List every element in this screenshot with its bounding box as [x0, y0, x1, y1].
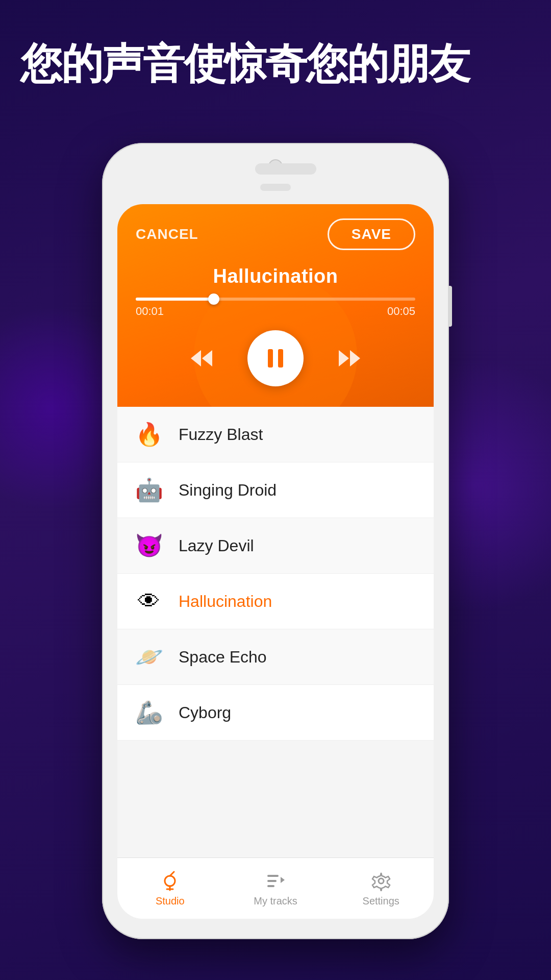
svg-line-3 [170, 872, 174, 876]
effect-item-singing-droid[interactable]: 🤖Singing Droid [117, 462, 434, 518]
playback-controls [117, 320, 434, 407]
svg-rect-5 [267, 880, 277, 882]
phone-mockup: CANCEL SAVE Hallucination 00:01 00: [102, 143, 449, 939]
effect-emoji-hallucination: 👁 [132, 584, 166, 619]
effect-item-cyborg[interactable]: 🦾Cyborg [117, 685, 434, 741]
effect-emoji-space-echo: 🪐 [132, 640, 166, 674]
effect-name-hallucination: Hallucination [179, 592, 272, 611]
progress-section: 00:01 00:05 [117, 292, 434, 320]
svg-marker-7 [281, 877, 285, 883]
phone-button [260, 184, 291, 191]
time-current: 00:01 [136, 305, 164, 318]
forward-button[interactable] [334, 343, 365, 374]
save-button[interactable]: SAVE [328, 218, 415, 250]
nav-label-my-tracks: My tracks [254, 895, 297, 907]
my-tracks-icon [264, 870, 287, 892]
nav-item-my-tracks[interactable]: My tracks [223, 865, 329, 912]
svg-rect-6 [267, 885, 274, 887]
effect-item-lazy-devil[interactable]: 😈Lazy Devil [117, 518, 434, 574]
time-total: 00:05 [387, 305, 415, 318]
nav-item-studio[interactable]: Studio [117, 865, 223, 912]
svg-point-8 [379, 878, 384, 884]
rewind-icon [191, 350, 212, 366]
svg-rect-4 [267, 875, 279, 877]
progress-track[interactable] [136, 298, 415, 301]
effect-name-space-echo: Space Echo [179, 648, 267, 667]
nav-label-settings: Settings [363, 895, 399, 907]
phone-body: CANCEL SAVE Hallucination 00:01 00: [102, 143, 449, 939]
nav-label-studio: Studio [156, 895, 185, 907]
rewind-button[interactable] [186, 343, 217, 374]
effect-item-fuzzy-blast[interactable]: 🔥Fuzzy Blast [117, 407, 434, 462]
pause-bar-left [268, 349, 273, 368]
cancel-button[interactable]: CANCEL [136, 226, 198, 242]
pause-icon [268, 349, 283, 368]
bottom-navigation: Studio My tracks [117, 857, 434, 919]
effect-item-hallucination[interactable]: 👁Hallucination [117, 574, 434, 629]
effect-name-lazy-devil: Lazy Devil [179, 536, 254, 555]
side-button [448, 286, 452, 327]
progress-thumb[interactable] [208, 293, 219, 305]
effect-emoji-cyborg: 🦾 [132, 695, 166, 730]
svg-point-0 [165, 876, 175, 886]
progress-fill [136, 298, 214, 301]
forward-icon [339, 350, 360, 366]
settings-icon [370, 870, 392, 892]
effect-emoji-lazy-devil: 😈 [132, 528, 166, 563]
action-bar: CANCEL SAVE [117, 204, 434, 260]
track-title: Hallucination [117, 260, 434, 292]
phone-speaker [255, 163, 316, 175]
effect-name-singing-droid: Singing Droid [179, 481, 277, 500]
effect-emoji-singing-droid: 🤖 [132, 473, 166, 507]
page-title: 您的声音使惊奇您的朋友 [20, 41, 531, 87]
play-pause-button[interactable] [247, 330, 304, 386]
pause-bar-right [278, 349, 283, 368]
effect-name-fuzzy-blast: Fuzzy Blast [179, 425, 263, 444]
studio-icon [159, 870, 181, 892]
effect-emoji-fuzzy-blast: 🔥 [132, 417, 166, 452]
player-card: CANCEL SAVE Hallucination 00:01 00: [117, 204, 434, 407]
progress-times: 00:01 00:05 [136, 301, 415, 318]
effects-list: 🔥Fuzzy Blast🤖Singing Droid😈Lazy Devil👁Ha… [117, 407, 434, 741]
effect-item-space-echo[interactable]: 🪐Space Echo [117, 629, 434, 685]
effect-name-cyborg: Cyborg [179, 703, 231, 722]
phone-screen: CANCEL SAVE Hallucination 00:01 00: [117, 204, 434, 919]
nav-item-settings[interactable]: Settings [328, 865, 434, 912]
